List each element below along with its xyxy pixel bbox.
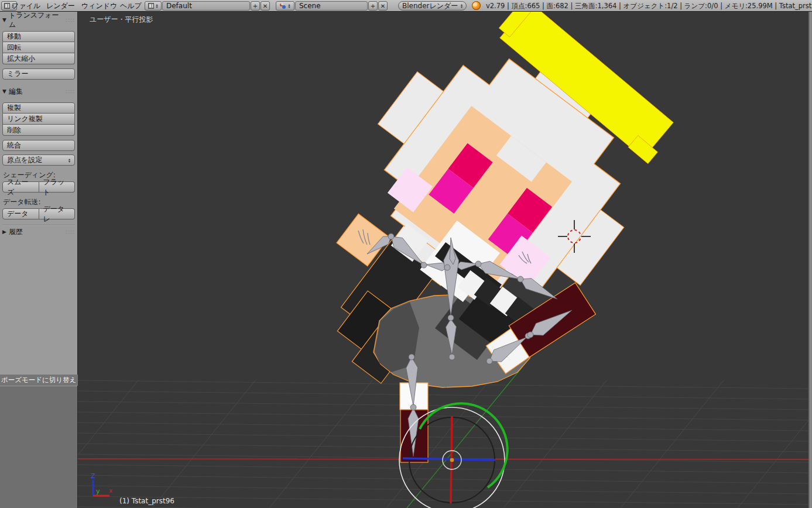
axis-x-label: x — [109, 487, 113, 495]
tool-shelf: ▼ トランスフォーム :::: 移動 回転 拡大縮小 ミラー ▼ 編集 ::::… — [0, 12, 78, 508]
view-name-overlay: ユーザー・平行投影 — [90, 15, 153, 25]
close-scene-button[interactable]: ✕ — [378, 1, 388, 11]
scene-browse-button[interactable]: ▴▾ — [276, 1, 294, 11]
scale-button[interactable]: 拡大縮小 — [2, 53, 75, 64]
render-engine-label: Blenderレンダー — [402, 1, 458, 11]
viewport-3d[interactable] — [0, 0, 812, 508]
panel-title: 履歴 — [9, 227, 66, 236]
data-layers-button[interactable]: データレ — [39, 208, 76, 219]
linked-duplicate-button[interactable]: リンク複製 — [2, 114, 75, 125]
panel-header-edit[interactable]: ▼ 編集 :::: — [2, 87, 75, 96]
scene-arrows: ▴▾ — [288, 4, 290, 8]
panel-separator — [2, 225, 75, 226]
screen-layout-icon — [148, 3, 154, 9]
pivot-point — [450, 458, 454, 462]
rotate-button[interactable]: 回転 — [2, 42, 75, 53]
panel-grip-handle[interactable]: :::: — [66, 89, 75, 94]
active-object-overlay: (1) Tstat_prst96 — [119, 497, 174, 505]
shade-smooth-button[interactable]: スムーズ — [2, 181, 39, 193]
set-origin-dropdown[interactable]: 原点を設定 ▴▾ — [2, 155, 75, 166]
screen-layout-name-field[interactable]: Default — [162, 1, 250, 11]
join-button[interactable]: 統合 — [2, 140, 75, 151]
region-divider[interactable] — [808, 12, 812, 508]
tool-shelf-panels: ▼ トランスフォーム :::: 移動 回転 拡大縮小 ミラー ▼ 編集 ::::… — [0, 12, 77, 386]
menu-file[interactable]: ファイル — [9, 0, 43, 12]
panel-expanded-icon: ▼ — [2, 15, 6, 25]
add-layout-button[interactable]: + — [251, 1, 260, 11]
pose-mode-tooltip: ポーズモードに切り替え — [0, 375, 78, 386]
render-engine-dropdown[interactable]: Blenderレンダー ▴▾ — [398, 1, 467, 11]
delete-button[interactable]: 削除 — [2, 125, 75, 136]
panel-header-transform[interactable]: ▼ トランスフォーム :::: — [2, 15, 75, 25]
duplicate-button[interactable]: 複製 — [2, 102, 75, 114]
screen-layout-arrows: ▴▾ — [156, 4, 157, 8]
panel-grip-handle[interactable]: :::: — [66, 18, 75, 22]
scene-name-field[interactable]: Scene — [295, 1, 368, 11]
menu-render[interactable]: レンダー — [44, 0, 77, 12]
mirror-button[interactable]: ミラー — [2, 68, 75, 80]
panel-header-history[interactable]: ▶ 履歴 :::: — [2, 227, 75, 236]
top-header: ▴▾ ファイル レンダー ウィンドウ ヘルプ ▴▾ Default + ✕ ▴▾… — [0, 0, 812, 12]
menu-window[interactable]: ウィンドウ — [79, 0, 119, 12]
panel-title: 編集 — [9, 87, 66, 96]
close-layout-button[interactable]: ✕ — [261, 1, 270, 11]
add-scene-button[interactable]: + — [368, 1, 378, 11]
blender-logo — [472, 1, 481, 10]
panel-expanded-icon: ▼ — [2, 87, 6, 96]
scene-statistics: v2.79 | 頂点:665 | 面:682 | 三角面:1,364 | オブジ… — [486, 0, 812, 12]
data-transfer-button[interactable]: データ — [2, 208, 39, 219]
axis-z-label: Z — [91, 472, 95, 480]
render-engine-arrows: ▴▾ — [461, 4, 462, 8]
set-origin-arrows: ▴▾ — [68, 158, 70, 163]
axis-y-label: y — [96, 488, 100, 495]
panel-grip-handle[interactable]: :::: — [66, 229, 75, 234]
scene-icon — [280, 3, 286, 9]
menu-help[interactable]: ヘルプ — [118, 0, 144, 12]
move-button[interactable]: 移動 — [2, 31, 75, 42]
shade-flat-button[interactable]: フラット — [39, 181, 76, 193]
panel-title: トランスフォーム — [9, 11, 66, 29]
screen-layout-browse-button[interactable]: ▴▾ — [145, 1, 162, 11]
set-origin-label: 原点を設定 — [7, 155, 42, 165]
panel-collapsed-icon: ▶ — [2, 227, 6, 236]
